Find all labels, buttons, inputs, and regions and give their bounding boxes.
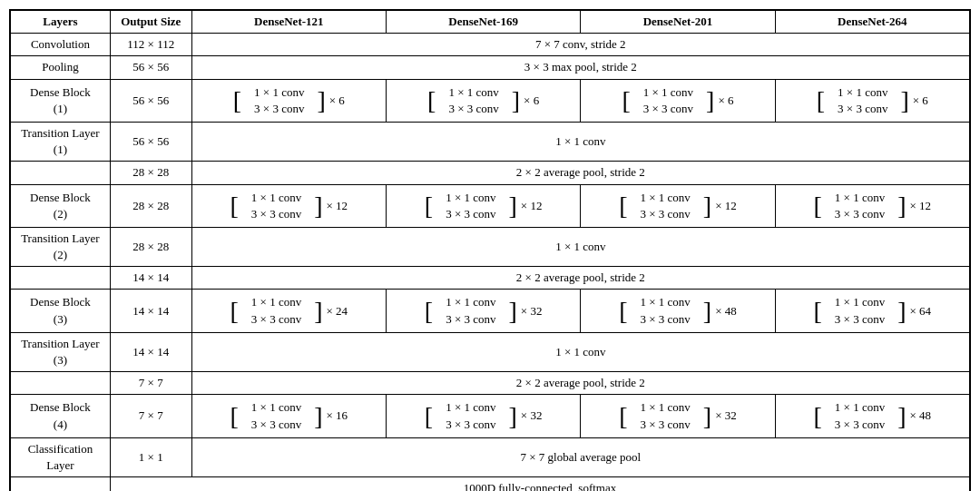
output-size: 14 × 14: [110, 267, 191, 290]
layer-name: Transition Layer (1): [11, 122, 111, 161]
table-header: Layers Output Size DenseNet-121 DenseNet…: [11, 11, 970, 34]
table-row: Dense Block (1)56 × 56 [ 1 × 1 conv 3 × …: [11, 79, 970, 122]
header-dn264: DenseNet-264: [775, 11, 969, 34]
dense-block-cell: [ 1 × 1 conv 3 × 3 conv ] × 6: [775, 79, 969, 122]
output-size: 28 × 28: [110, 184, 191, 227]
dense-block-cell: [ 1 × 1 conv 3 × 3 conv ] × 12: [581, 184, 775, 227]
layer-name: Dense Block (4): [11, 395, 111, 437]
span-cell: 2 × 2 average pool, stride 2: [191, 162, 969, 184]
output-size: 7 × 7: [110, 372, 191, 395]
span-cell: 7 × 7 conv, stride 2: [191, 34, 969, 56]
layer-name: Dense Block (3): [11, 290, 111, 332]
table-row: Pooling56 × 563 × 3 max pool, stride 2: [11, 56, 970, 79]
table-row: Transition Layer (3)14 × 141 × 1 conv: [11, 332, 970, 371]
span-cell: 1 × 1 conv: [191, 227, 969, 266]
table-row: Dense Block (4)7 × 7 [ 1 × 1 conv 3 × 3 …: [11, 395, 970, 437]
span-cell: 7 × 7 global average pool: [191, 437, 969, 476]
span-cell: 1000D fully-connected, softmax: [110, 477, 969, 491]
dense-block-cell: [ 1 × 1 conv 3 × 3 conv ] × 12: [775, 184, 969, 227]
table-row: Transition Layer (1)56 × 561 × 1 conv: [11, 122, 970, 161]
header-layers: Layers: [11, 11, 111, 34]
output-size: 1 × 1: [110, 437, 191, 476]
dense-block-cell: [ 1 × 1 conv 3 × 3 conv ] × 32: [386, 290, 580, 332]
span-cell: 3 × 3 max pool, stride 2: [191, 56, 969, 79]
header-dn169: DenseNet-169: [386, 11, 580, 34]
span-cell: 2 × 2 average pool, stride 2: [191, 372, 969, 395]
dense-block-cell: [ 1 × 1 conv 3 × 3 conv ] × 32: [386, 395, 580, 437]
layer-name-empty: [11, 372, 111, 395]
table-row: Transition Layer (2)28 × 281 × 1 conv: [11, 227, 970, 266]
header-dn201: DenseNet-201: [581, 11, 775, 34]
dense-block-cell: [ 1 × 1 conv 3 × 3 conv ] × 16: [191, 395, 386, 437]
dense-block-cell: [ 1 × 1 conv 3 × 3 conv ] × 48: [581, 290, 775, 332]
dense-block-cell: [ 1 × 1 conv 3 × 3 conv ] × 6: [581, 79, 775, 122]
layer-name-empty: [11, 267, 111, 290]
table-row: Dense Block (2)28 × 28 [ 1 × 1 conv 3 × …: [11, 184, 970, 227]
layer-name: Pooling: [11, 56, 111, 79]
span-cell: 1 × 1 conv: [191, 332, 969, 371]
layer-name: Transition Layer (2): [11, 227, 111, 266]
layer-name: Transition Layer (3): [11, 332, 111, 371]
output-size: 56 × 56: [110, 122, 191, 161]
dense-block-cell: [ 1 × 1 conv 3 × 3 conv ] × 48: [775, 395, 969, 437]
densenet-table: Layers Output Size DenseNet-121 DenseNet…: [9, 9, 971, 491]
layer-name: Convolution: [11, 34, 111, 56]
span-cell: 1 × 1 conv: [191, 122, 969, 161]
dense-block-cell: [ 1 × 1 conv 3 × 3 conv ] × 64: [775, 290, 969, 332]
output-size: 14 × 14: [110, 290, 191, 332]
output-size: 56 × 56: [110, 56, 191, 79]
dense-block-cell: [ 1 × 1 conv 3 × 3 conv ] × 32: [581, 395, 775, 437]
dense-block-cell: [ 1 × 1 conv 3 × 3 conv ] × 6: [386, 79, 580, 122]
dense-block-cell: [ 1 × 1 conv 3 × 3 conv ] × 12: [191, 184, 386, 227]
output-size: 56 × 56: [110, 79, 191, 122]
table-row: Convolution112 × 1127 × 7 conv, stride 2: [11, 34, 970, 56]
table-row: 1000D fully-connected, softmax: [11, 477, 970, 491]
dense-block-cell: [ 1 × 1 conv 3 × 3 conv ] × 6: [191, 79, 386, 122]
output-size: 112 × 112: [110, 34, 191, 56]
layer-name: Classification Layer: [11, 437, 111, 476]
table-row: 28 × 282 × 2 average pool, stride 2: [11, 162, 970, 184]
span-cell: 2 × 2 average pool, stride 2: [191, 267, 969, 290]
header-output: Output Size: [110, 11, 191, 34]
output-size: 14 × 14: [110, 332, 191, 371]
output-size: 28 × 28: [110, 227, 191, 266]
dense-block-cell: [ 1 × 1 conv 3 × 3 conv ] × 24: [191, 290, 386, 332]
dense-block-cell: [ 1 × 1 conv 3 × 3 conv ] × 12: [386, 184, 580, 227]
layer-name: Dense Block (1): [11, 79, 111, 122]
layer-name-empty: [11, 477, 111, 491]
table-row: Classification Layer1 × 17 × 7 global av…: [11, 437, 970, 476]
output-size: 28 × 28: [110, 162, 191, 184]
output-size: 7 × 7: [110, 395, 191, 437]
layer-name: Dense Block (2): [11, 184, 111, 227]
table-row: 14 × 142 × 2 average pool, stride 2: [11, 267, 970, 290]
layer-name-empty: [11, 162, 111, 184]
table-row: Dense Block (3)14 × 14 [ 1 × 1 conv 3 × …: [11, 290, 970, 332]
table-row: 7 × 72 × 2 average pool, stride 2: [11, 372, 970, 395]
header-dn121: DenseNet-121: [191, 11, 386, 34]
